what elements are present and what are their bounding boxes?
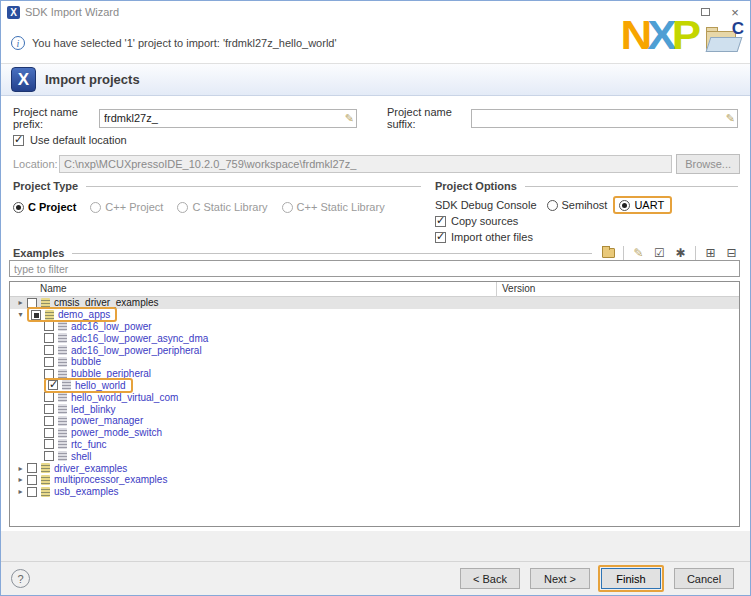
- tree-item-checkbox[interactable]: [31, 310, 41, 320]
- nxp-logo: N X P C: [621, 13, 743, 57]
- tree-item-checkbox[interactable]: [27, 463, 37, 473]
- tree-item-label[interactable]: power_mode_switch: [71, 427, 162, 438]
- radio-uart[interactable]: UART: [619, 199, 664, 211]
- finish-button[interactable]: Finish: [601, 568, 661, 589]
- collapse-all-icon[interactable]: ⊟: [723, 245, 740, 261]
- tree-item-label[interactable]: adc16_low_power_peripheral: [71, 345, 202, 356]
- tree-item-label[interactable]: demo_apps: [58, 309, 110, 320]
- radio-c-static-library[interactable]: C Static Library: [177, 201, 267, 213]
- tree-row[interactable]: power_mode_switch: [10, 427, 739, 439]
- logo-letter-p: P: [672, 15, 696, 55]
- tree-item-label[interactable]: hello_world: [75, 380, 126, 391]
- radio-dot-icon: [177, 202, 188, 213]
- expand-all-icon[interactable]: ⊞: [702, 245, 719, 261]
- tree-item-label[interactable]: bubble: [71, 356, 101, 367]
- radio-cpp-project[interactable]: C++ Project: [90, 201, 163, 213]
- tree-item-label[interactable]: hello_world_virtual_com: [71, 392, 178, 403]
- logo-letter-n: N: [621, 15, 648, 55]
- tree-item-checkbox[interactable]: [44, 428, 54, 438]
- tree-item-checkbox[interactable]: [44, 345, 54, 355]
- tree-row[interactable]: adc16_low_power_async_dma: [10, 332, 739, 344]
- examples-title: Examples: [13, 247, 64, 259]
- tree-row[interactable]: power_manager: [10, 415, 739, 427]
- tree-item-checkbox[interactable]: [44, 404, 54, 414]
- tree-item-label[interactable]: shell: [71, 451, 92, 462]
- example-icon: [58, 439, 67, 449]
- tree-row[interactable]: ▸cmsis_driver_examples: [10, 297, 739, 309]
- edit-icon[interactable]: ✎: [630, 245, 647, 261]
- copy-sources-checkbox[interactable]: [435, 216, 446, 227]
- project-name-prefix-input[interactable]: [99, 109, 357, 128]
- expand-arrow-icon[interactable]: ▸: [14, 298, 27, 307]
- import-archive-icon[interactable]: [600, 245, 617, 261]
- tree-item-label[interactable]: adc16_low_power_async_dma: [71, 333, 208, 344]
- tree-item-checkbox[interactable]: [27, 475, 37, 485]
- tree-item-checkbox[interactable]: [44, 357, 54, 367]
- radio-c-project[interactable]: C Project: [13, 201, 76, 213]
- tree-row[interactable]: led_blinky: [10, 403, 739, 415]
- tree-row[interactable]: hello_world_virtual_com: [10, 391, 739, 403]
- logo-letter-x: X: [647, 15, 671, 55]
- select-items-icon[interactable]: ☑: [651, 245, 668, 261]
- collapse-arrow-icon[interactable]: ▾: [14, 310, 27, 319]
- info-icon: i: [11, 36, 25, 50]
- project-name-suffix-input[interactable]: [471, 109, 738, 128]
- radio-dot-icon: [13, 202, 24, 213]
- cancel-button[interactable]: Cancel: [674, 568, 734, 589]
- next-button[interactable]: Next >: [530, 568, 590, 589]
- tree-row[interactable]: bubble: [10, 356, 739, 368]
- project-options-title: Project Options: [435, 180, 517, 192]
- tree-row[interactable]: hello_world: [10, 380, 739, 392]
- tree-item: multiprocessor_examples: [27, 474, 167, 485]
- expand-arrow-icon[interactable]: ▸: [14, 464, 27, 473]
- tree-item-checkbox[interactable]: [44, 321, 54, 331]
- example-icon: [58, 451, 67, 461]
- tree-row[interactable]: ▸multiprocessor_examples: [10, 474, 739, 486]
- help-button[interactable]: ?: [11, 569, 30, 588]
- tree-item-label[interactable]: rtc_func: [71, 439, 107, 450]
- tree-row[interactable]: ▸usb_examples: [10, 486, 739, 498]
- finish-highlight-box: Finish: [598, 565, 664, 592]
- tree-item-label[interactable]: led_blinky: [71, 404, 115, 415]
- tree-item: bubble: [44, 356, 101, 367]
- tree-item-checkbox[interactable]: [48, 380, 58, 390]
- tree-item-label[interactable]: power_manager: [71, 415, 143, 426]
- filter-input[interactable]: [9, 260, 740, 277]
- tree-item-label[interactable]: multiprocessor_examples: [54, 474, 167, 485]
- tree-item-checkbox[interactable]: [44, 416, 54, 426]
- example-icon: [62, 380, 71, 390]
- back-button[interactable]: < Back: [460, 568, 520, 589]
- tree-item-checkbox[interactable]: [44, 392, 54, 402]
- examples-tree: Name Version ▸cmsis_driver_examples▾demo…: [9, 281, 740, 527]
- radio-cpp-static-library[interactable]: C++ Static Library: [282, 201, 385, 213]
- expand-arrow-icon[interactable]: ▸: [14, 475, 27, 484]
- expand-arrow-icon[interactable]: ▸: [14, 487, 27, 496]
- tree-row[interactable]: rtc_func: [10, 439, 739, 451]
- browse-button[interactable]: Browse...: [676, 154, 740, 174]
- tree-item-label[interactable]: driver_examples: [54, 463, 127, 474]
- tree-row[interactable]: adc16_low_power: [10, 321, 739, 333]
- tree-item: adc16_low_power: [44, 321, 152, 332]
- tree-item-checkbox[interactable]: [44, 333, 54, 343]
- tree-item-checkbox[interactable]: [44, 451, 54, 461]
- tree-item-checkbox[interactable]: [44, 439, 54, 449]
- column-header-name[interactable]: Name: [40, 283, 67, 294]
- tree-item-label[interactable]: adc16_low_power: [71, 321, 152, 332]
- tree-row[interactable]: adc16_low_power_peripheral: [10, 344, 739, 356]
- import-other-files-checkbox[interactable]: [435, 232, 446, 243]
- tree-item-label[interactable]: usb_examples: [54, 486, 118, 497]
- tree-item: adc16_low_power_async_dma: [44, 333, 208, 344]
- use-default-location-checkbox[interactable]: [13, 135, 24, 146]
- example-icon: [58, 392, 67, 402]
- copy-sources-label: Copy sources: [451, 215, 518, 227]
- tree-item-checkbox[interactable]: [27, 487, 37, 497]
- column-header-version[interactable]: Version: [502, 283, 535, 294]
- radio-dot-icon: [282, 202, 293, 213]
- example-icon: [58, 357, 67, 367]
- tree-item: usb_examples: [27, 486, 118, 497]
- tree-row[interactable]: ▾demo_apps: [10, 309, 739, 321]
- radio-semihost[interactable]: Semihost: [547, 199, 608, 211]
- tree-row[interactable]: ▸driver_examples: [10, 462, 739, 474]
- clear-filter-icon[interactable]: ✱: [672, 245, 689, 261]
- tree-row[interactable]: shell: [10, 450, 739, 462]
